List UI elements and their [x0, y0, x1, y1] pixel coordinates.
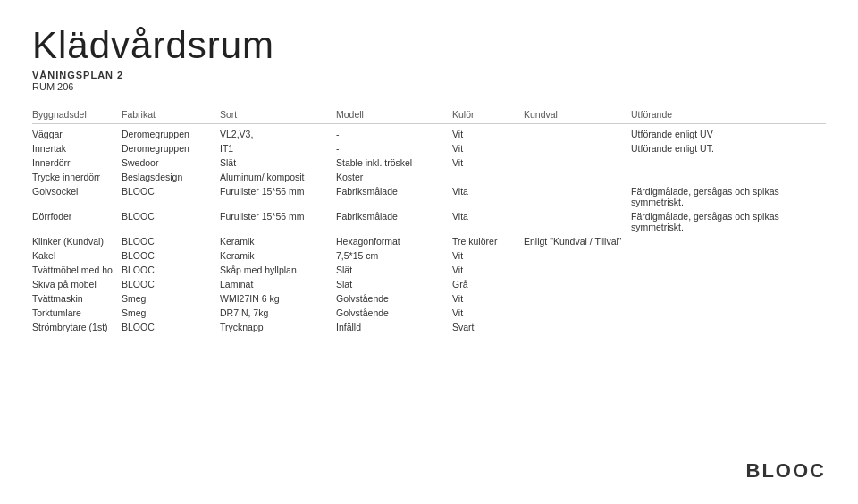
cell-byggnadsdel: Kakel: [32, 248, 122, 263]
cell-sort: Laminat: [220, 277, 336, 291]
table-row: Strömbrytare (1st)BLOOCTrycknappInfälldS…: [32, 320, 826, 334]
cell-modell: Fabriksmålade: [336, 184, 452, 209]
cell-sort: Aluminum/ komposit: [220, 170, 336, 184]
cell-kulor: Vit: [452, 263, 524, 277]
table-row: Tvättmöbel med hoBLOOCSkåp med hyllplanS…: [32, 263, 826, 277]
cell-modell: Koster: [336, 170, 452, 184]
cell-sort: DR7IN, 7kg: [220, 306, 336, 320]
cell-kulor: Vit: [452, 306, 524, 320]
data-table: Byggnadsdel Fabrikat Sort Modell Kulör K…: [32, 106, 826, 334]
cell-sort: Slät: [220, 155, 336, 170]
header-utforande: Utförande: [631, 106, 826, 124]
floor-label: VÅNINGSPLAN 2: [32, 70, 826, 80]
cell-byggnadsdel: Dörrfoder: [32, 209, 122, 234]
cell-fabrikat: Swedoor: [122, 155, 220, 170]
cell-fabrikat: Deromegruppen: [122, 141, 220, 155]
header-kundval: Kundval: [524, 106, 631, 124]
cell-sort: Keramik: [220, 234, 336, 248]
cell-modell: Golvstående: [336, 306, 452, 320]
page-title: Klädvårdsrum: [32, 25, 826, 66]
table-row: TorktumlareSmegDR7IN, 7kgGolvståendeVit: [32, 306, 826, 320]
cell-utforande: [631, 234, 826, 248]
table-row: Klinker (Kundval)BLOOCKeramikHexagonform…: [32, 234, 826, 248]
cell-kulor: Grå: [452, 277, 524, 291]
cell-fabrikat: Smeg: [122, 306, 220, 320]
cell-fabrikat: BLOOC: [122, 209, 220, 234]
cell-fabrikat: BLOOC: [122, 277, 220, 291]
table-row: VäggarDeromegruppenVL2,V3,-VitUtförande …: [32, 124, 826, 142]
cell-kundval: [524, 291, 631, 306]
cell-byggnadsdel: Tvättmöbel med ho: [32, 263, 122, 277]
cell-kundval: [524, 124, 631, 142]
cell-kulor: Vit: [452, 155, 524, 170]
cell-utforande: [631, 248, 826, 263]
cell-fabrikat: BLOOC: [122, 248, 220, 263]
cell-kundval: [524, 306, 631, 320]
cell-fabrikat: Beslagsdesign: [122, 170, 220, 184]
cell-kundval: [524, 248, 631, 263]
cell-kulor: Vit: [452, 291, 524, 306]
cell-modell: 7,5*15 cm: [336, 248, 452, 263]
cell-sort: Furulister 15*56 mm: [220, 184, 336, 209]
header-fabrikat: Fabrikat: [122, 106, 220, 124]
table-body: VäggarDeromegruppenVL2,V3,-VitUtförande …: [32, 124, 826, 335]
cell-sort: WMI27IN 6 kg: [220, 291, 336, 306]
blooc-logo: BLOOC: [746, 459, 826, 483]
cell-kundval: [524, 184, 631, 209]
cell-fabrikat: Deromegruppen: [122, 124, 220, 142]
cell-utforande: Färdigmålade, gersågas och spikas symmet…: [631, 184, 826, 209]
cell-kulor: Tre kulörer: [452, 234, 524, 248]
cell-kulor: Vit: [452, 248, 524, 263]
cell-kulor: [452, 170, 524, 184]
cell-sort: IT1: [220, 141, 336, 155]
table-row: KakelBLOOCKeramik7,5*15 cmVit: [32, 248, 826, 263]
cell-fabrikat: BLOOC: [122, 320, 220, 334]
cell-byggnadsdel: Klinker (Kundval): [32, 234, 122, 248]
cell-modell: Slät: [336, 263, 452, 277]
table-row: Skiva på möbelBLOOCLaminatSlätGrå: [32, 277, 826, 291]
cell-kundval: [524, 320, 631, 334]
cell-utforande: [631, 155, 826, 170]
cell-kundval: Enligt "Kundval / Tillval": [524, 234, 631, 248]
header-kulor: Kulör: [452, 106, 524, 124]
header-sort: Sort: [220, 106, 336, 124]
page: Klädvårdsrum VÅNINGSPLAN 2 RUM 206 Byggn…: [0, 0, 858, 504]
cell-kundval: [524, 263, 631, 277]
table-wrapper: Byggnadsdel Fabrikat Sort Modell Kulör K…: [32, 106, 826, 334]
cell-modell: Slät: [336, 277, 452, 291]
cell-byggnadsdel: Trycke innerdörr: [32, 170, 122, 184]
cell-kulor: Svart: [452, 320, 524, 334]
cell-utforande: [631, 277, 826, 291]
cell-byggnadsdel: Innertak: [32, 141, 122, 155]
cell-utforande: [631, 306, 826, 320]
cell-utforande: [631, 291, 826, 306]
cell-byggnadsdel: Tvättmaskin: [32, 291, 122, 306]
cell-utforande: [631, 263, 826, 277]
table-row: GolvsockelBLOOCFurulister 15*56 mmFabrik…: [32, 184, 826, 209]
cell-sort: Skåp med hyllplan: [220, 263, 336, 277]
table-row: DörrfoderBLOOCFurulister 15*56 mmFabriks…: [32, 209, 826, 234]
cell-sort: Furulister 15*56 mm: [220, 209, 336, 234]
room-label: RUM 206: [32, 81, 826, 92]
cell-byggnadsdel: Skiva på möbel: [32, 277, 122, 291]
cell-sort: Keramik: [220, 248, 336, 263]
header-byggnadsdel: Byggnadsdel: [32, 106, 122, 124]
header-modell: Modell: [336, 106, 452, 124]
cell-modell: Stable inkl. tröskel: [336, 155, 452, 170]
cell-fabrikat: BLOOC: [122, 184, 220, 209]
cell-fabrikat: Smeg: [122, 291, 220, 306]
table-row: InnertakDeromegruppenIT1-VitUtförande en…: [32, 141, 826, 155]
table-row: TvättmaskinSmegWMI27IN 6 kgGolvståendeVi…: [32, 291, 826, 306]
cell-kulor: Vita: [452, 209, 524, 234]
table-row: InnerdörrSwedoorSlätStable inkl. tröskel…: [32, 155, 826, 170]
cell-utforande: Utförande enligt UV: [631, 124, 826, 142]
cell-byggnadsdel: Väggar: [32, 124, 122, 142]
cell-byggnadsdel: Strömbrytare (1st): [32, 320, 122, 334]
cell-kulor: Vit: [452, 124, 524, 142]
cell-modell: Infälld: [336, 320, 452, 334]
cell-byggnadsdel: Torktumlare: [32, 306, 122, 320]
cell-utforande: [631, 170, 826, 184]
cell-byggnadsdel: Innerdörr: [32, 155, 122, 170]
cell-utforande: Utförande enligt UT.: [631, 141, 826, 155]
cell-byggnadsdel: Golvsockel: [32, 184, 122, 209]
